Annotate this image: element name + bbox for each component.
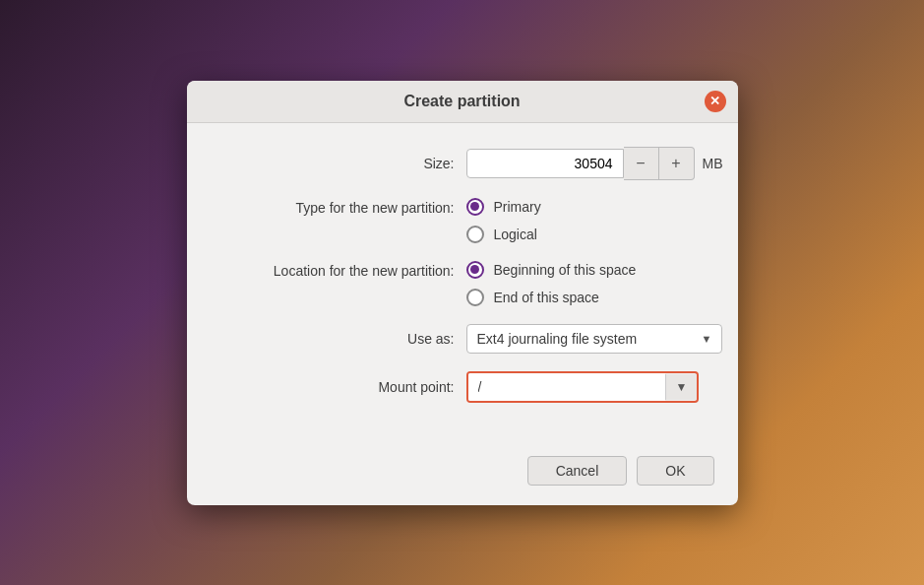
mount-point-row: Mount point: ▼ <box>218 371 707 403</box>
dialog-titlebar: Create partition ✕ <box>187 81 738 123</box>
radio-beginning-label: Beginning of this space <box>494 262 637 278</box>
use-as-label: Use as: <box>218 331 455 347</box>
dialog-body: Size: − + MB Type for the new partition:… <box>187 123 738 444</box>
radio-end[interactable]: End of this space <box>466 289 637 306</box>
size-label: Size: <box>218 156 455 171</box>
mount-point-input[interactable] <box>468 373 665 401</box>
radio-logical[interactable]: Logical <box>466 226 541 243</box>
radio-logical-indicator <box>466 226 484 243</box>
size-input[interactable] <box>466 149 624 178</box>
radio-primary[interactable]: Primary <box>466 198 541 216</box>
radio-primary-indicator <box>466 198 484 216</box>
partition-type-label: Type for the new partition: <box>218 198 455 216</box>
radio-beginning-indicator <box>466 261 484 279</box>
radio-primary-label: Primary <box>494 199 541 215</box>
mount-point-label: Mount point: <box>218 379 455 395</box>
ok-button[interactable]: OK <box>637 456 713 486</box>
radio-beginning[interactable]: Beginning of this space <box>466 261 637 279</box>
create-partition-dialog: Create partition ✕ Size: − + MB Type for… <box>187 81 738 505</box>
size-controls: − + MB <box>466 147 723 180</box>
partition-location-radio-group: Beginning of this space End of this spac… <box>466 261 637 306</box>
cancel-button[interactable]: Cancel <box>527 456 628 486</box>
size-decrease-button[interactable]: − <box>624 147 659 180</box>
mount-point-wrapper: ▼ <box>466 371 700 403</box>
size-increase-button[interactable]: + <box>659 147 695 180</box>
mount-point-dropdown-button[interactable]: ▼ <box>665 374 698 400</box>
radio-beginning-dot <box>470 265 479 274</box>
partition-type-radio-group: Primary Logical <box>466 198 541 243</box>
size-row: Size: − + MB <box>218 147 707 180</box>
use-as-select-wrapper: Ext4 journaling file system Ext3 journal… <box>466 324 722 354</box>
radio-primary-dot <box>470 202 479 211</box>
radio-end-label: End of this space <box>494 290 599 305</box>
use-as-row: Use as: Ext4 journaling file system Ext3… <box>218 324 707 354</box>
close-button[interactable]: ✕ <box>705 91 726 112</box>
radio-logical-label: Logical <box>494 227 537 242</box>
partition-location-label: Location for the new partition: <box>218 261 455 279</box>
partition-type-section: Type for the new partition: Primary Logi… <box>218 198 707 243</box>
radio-end-indicator <box>466 289 484 306</box>
size-unit: MB <box>703 156 723 171</box>
use-as-select[interactable]: Ext4 journaling file system Ext3 journal… <box>466 324 722 354</box>
partition-location-section: Location for the new partition: Beginnin… <box>218 261 707 306</box>
dialog-footer: Cancel OK <box>187 444 738 505</box>
dialog-title: Create partition <box>403 93 520 110</box>
